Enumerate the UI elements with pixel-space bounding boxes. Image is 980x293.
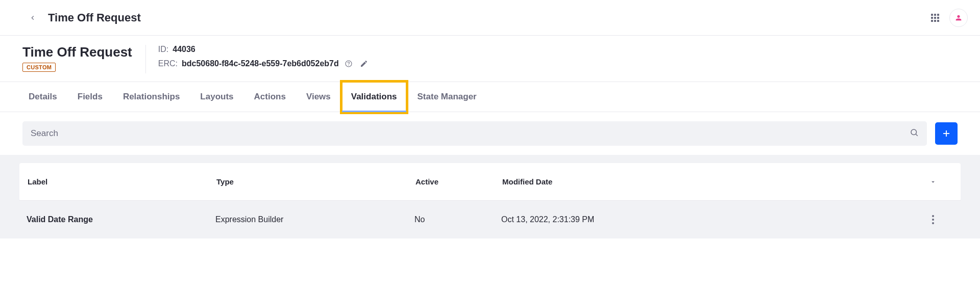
tab-layouts[interactable]: Layouts <box>200 82 233 112</box>
svg-point-6 <box>932 215 934 217</box>
caret-down-icon <box>929 178 937 185</box>
back-button[interactable] <box>27 12 39 24</box>
erc-label: ERC: <box>158 59 178 68</box>
search-input[interactable] <box>31 128 910 139</box>
meta-row-erc: ERC: bdc50680-f84c-5248-e559-7eb6d052eb7… <box>158 58 370 69</box>
chevron-left-icon <box>29 14 36 21</box>
table-row[interactable]: Valid Date Range Expression Builder No O… <box>19 201 961 238</box>
kebab-icon <box>932 215 934 224</box>
breadcrumb-title: Time Off Request <box>48 11 141 24</box>
tab-views[interactable]: Views <box>306 82 331 112</box>
plus-icon <box>942 129 951 138</box>
cell-active: No <box>414 215 501 224</box>
page-title: Time Off Request <box>22 45 132 60</box>
svg-point-7 <box>932 219 934 221</box>
top-right <box>931 9 968 27</box>
id-label: ID: <box>158 45 168 54</box>
user-avatar-button[interactable] <box>949 9 968 27</box>
tab-actions[interactable]: Actions <box>254 82 286 112</box>
search-wrap <box>22 121 927 146</box>
svg-point-2 <box>911 129 917 135</box>
svg-point-1 <box>348 65 349 66</box>
search-icon <box>910 128 919 139</box>
table-header-row: Label Type Active Modified Date <box>19 163 961 201</box>
tab-state-manager[interactable]: State Manager <box>418 82 477 112</box>
tab-validations[interactable]: Validations <box>342 82 406 112</box>
tabs: Details Fields Relationships Layouts Act… <box>0 82 980 112</box>
meta-row-id: ID: 44036 <box>158 45 370 54</box>
cell-modified: Oct 13, 2022, 2:31:39 PM <box>501 215 913 224</box>
tab-fields[interactable]: Fields <box>78 82 103 112</box>
row-actions-button[interactable] <box>913 215 953 224</box>
tab-relationships[interactable]: Relationships <box>123 82 180 112</box>
table-area: Label Type Active Modified Date Valid Da… <box>0 155 980 238</box>
title-column: Time Off Request CUSTOM <box>22 45 146 73</box>
tab-details[interactable]: Details <box>29 82 57 112</box>
pencil-icon <box>360 60 368 68</box>
col-active[interactable]: Active <box>414 177 501 186</box>
table: Label Type Active Modified Date <box>19 163 961 201</box>
svg-point-8 <box>932 222 934 224</box>
erc-help-button[interactable] <box>343 58 354 69</box>
erc-value: bdc50680-f84c-5248-e559-7eb6d052eb7d <box>182 59 339 68</box>
question-circle-icon <box>345 60 353 68</box>
cell-label: Valid Date Range <box>27 215 215 224</box>
user-icon <box>954 14 963 22</box>
col-modified[interactable]: Modified Date <box>501 177 913 186</box>
meta-column: ID: 44036 ERC: bdc50680-f84c-5248-e559-7… <box>146 45 370 69</box>
header-block: Time Off Request CUSTOM ID: 44036 ERC: b… <box>0 36 980 82</box>
add-button[interactable] <box>935 122 958 145</box>
status-badge: CUSTOM <box>22 63 56 72</box>
col-type[interactable]: Type <box>215 177 414 186</box>
cell-type: Expression Builder <box>215 215 414 224</box>
svg-line-3 <box>916 134 917 136</box>
apps-menu-button[interactable] <box>931 14 939 22</box>
columns-dropdown-button[interactable] <box>913 178 953 185</box>
table-body: Valid Date Range Expression Builder No O… <box>19 201 961 238</box>
erc-edit-button[interactable] <box>358 58 370 69</box>
col-label[interactable]: Label <box>27 177 215 186</box>
top-bar: Time Off Request <box>0 0 980 36</box>
id-value: 44036 <box>173 45 195 54</box>
toolbar <box>0 112 980 155</box>
